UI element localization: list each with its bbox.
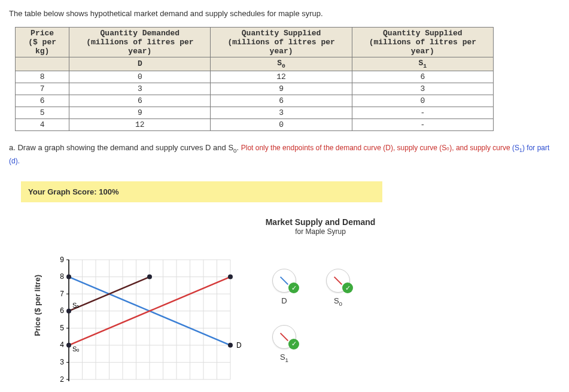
cell-price: 7 [16, 83, 69, 95]
legend-label-s1: S1 [280, 353, 288, 363]
sub-d: D [69, 57, 211, 71]
svg-point-45 [66, 309, 71, 314]
svg-point-46 [147, 275, 152, 279]
check-icon: ✓ [288, 282, 299, 293]
y-axis-label: Price ($ per litre) [33, 251, 42, 372]
chart-svg[interactable]: 9 8 7 6 5 4 3 2 D S₀ [45, 251, 248, 392]
svg-text:9: 9 [60, 256, 64, 264]
chart-title: Market Supply and Demand [81, 217, 560, 227]
chart-s0-label: S₀ [72, 345, 80, 353]
cell-price: 8 [16, 71, 69, 83]
th-qs1: Quantity Supplied(millions of litres per… [352, 28, 493, 57]
th-qs0: Quantity Supplied(millions of litres per… [211, 28, 352, 57]
chart-d-label: D [236, 341, 242, 350]
table-subheader-row: D S0 S1 [16, 57, 494, 71]
table-row: 4120- [16, 118, 494, 130]
legend-label-d: D [281, 296, 287, 305]
cell-price: 6 [16, 95, 69, 107]
cell-s1: 0 [352, 95, 493, 107]
svg-text:5: 5 [60, 324, 64, 332]
sub-s0: S0 [211, 57, 352, 71]
cell-d: 9 [69, 107, 211, 118]
chart-s1-label: S₁ [72, 302, 79, 309]
svg-text:6: 6 [60, 306, 64, 315]
sub-s1: S1 [352, 57, 493, 71]
check-icon: ✓ [342, 282, 353, 293]
cell-d: 6 [69, 95, 211, 107]
table-row: 6660 [16, 95, 494, 107]
table-row: 7393 [16, 83, 494, 95]
instruction-red: Plot only the endpoints of the demand cu… [241, 144, 512, 152]
svg-text:4: 4 [60, 341, 64, 349]
legend: ✓ D ✓ S0 ✓ S1 [272, 269, 350, 381]
cell-s0: 0 [211, 118, 352, 130]
svg-text:3: 3 [60, 358, 64, 366]
cell-s0: 12 [211, 71, 352, 83]
cell-s1: 3 [352, 83, 493, 95]
legend-item-s1[interactable]: ✓ S1 [272, 325, 296, 363]
svg-text:7: 7 [60, 290, 64, 298]
svg-point-40 [228, 343, 233, 348]
cell-s1: 6 [352, 71, 493, 83]
cell-price: 5 [16, 107, 69, 118]
question-a: a. Draw a graph showing the demand and s… [9, 142, 560, 167]
chart-subtitle: for Maple Syrup [81, 227, 560, 236]
svg-text:2: 2 [60, 375, 64, 384]
th-qd: Quantity Demanded(millions of litres per… [69, 28, 211, 57]
cell-s0: 6 [211, 95, 352, 107]
cell-price: 4 [16, 118, 69, 130]
graph-score-bar: Your Graph Score: 100% [21, 181, 382, 202]
legend-label-s0: S0 [334, 296, 342, 307]
legend-item-s0[interactable]: ✓ S0 [326, 269, 350, 307]
cell-d: 0 [69, 71, 211, 83]
svg-text:8: 8 [60, 272, 64, 281]
cell-s0: 3 [211, 107, 352, 118]
chart-area: Price ($ per litre) [33, 251, 560, 392]
svg-point-43 [228, 275, 233, 279]
svg-point-39 [66, 275, 71, 279]
cell-s1: - [352, 107, 493, 118]
cell-d: 12 [69, 118, 211, 130]
cell-s0: 9 [211, 83, 352, 95]
table-header-row: Price($ per kg) Quantity Demanded(millio… [16, 28, 494, 57]
th-price: Price($ per kg) [16, 28, 69, 57]
check-icon: ✓ [288, 339, 299, 350]
legend-item-d[interactable]: ✓ D [272, 269, 296, 307]
table-row: 80126 [16, 71, 494, 83]
table-row: 593- [16, 107, 494, 118]
cell-d: 3 [69, 83, 211, 95]
sub-price [16, 57, 69, 71]
schedule-table: Price($ per kg) Quantity Demanded(millio… [15, 27, 494, 131]
cell-s1: - [352, 118, 493, 130]
intro-text: The table below shows hypothetical marke… [9, 9, 560, 18]
svg-point-42 [66, 343, 71, 348]
